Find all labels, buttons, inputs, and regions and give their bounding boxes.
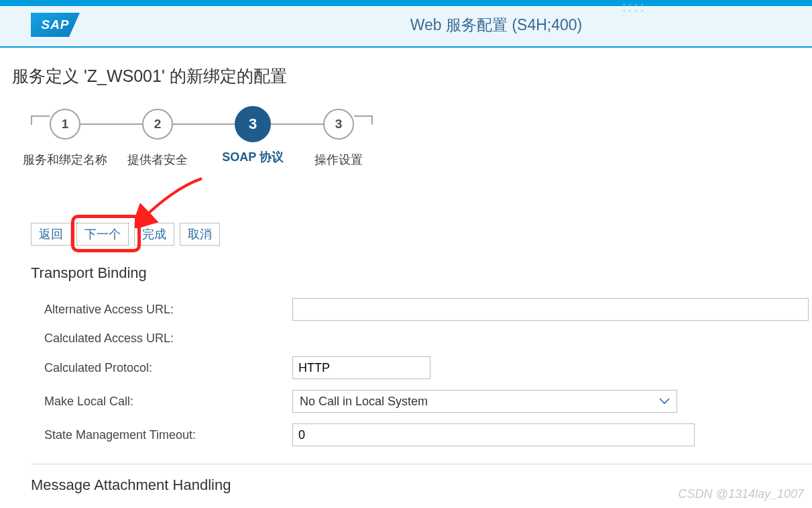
wizard-connector: [80, 123, 142, 125]
header: SAP Web 服务配置 (S4H;400): [0, 6, 812, 48]
wizard-step-3-label: SOAP 协议: [222, 149, 284, 165]
chevron-down-icon: [659, 395, 670, 408]
row-local-call: Make Local Call: No Call in Local System: [44, 390, 812, 413]
wizard-step-4-label: 操作设置: [314, 152, 363, 168]
wizard-step-2-num: 2: [142, 109, 173, 140]
protocol-input[interactable]: [292, 356, 430, 379]
local-call-value: No Call in Local System: [300, 395, 428, 409]
watermark: CSDN @1314lay_1007: [679, 487, 804, 494]
action-buttons: 返回 下一个 完成 取消: [31, 223, 812, 246]
transport-binding-heading: Transport Binding: [31, 264, 812, 282]
local-call-select[interactable]: No Call in Local System: [292, 390, 677, 413]
app-title: Web 服务配置 (S4H;400): [80, 15, 799, 36]
sap-logo-text: SAP: [41, 17, 69, 32]
wizard-connector: [173, 123, 235, 125]
wizard-step-4[interactable]: 3 操作设置: [323, 109, 354, 140]
wizard: 1 服务和绑定名称 2 提供者安全 3 SOAP 协议 3 操作设置: [31, 106, 812, 142]
timeout-input[interactable]: [292, 423, 695, 446]
wizard-step-4-num: 3: [323, 109, 354, 140]
back-button[interactable]: 返回: [31, 223, 71, 246]
finish-button[interactable]: 完成: [134, 223, 174, 246]
row-timeout: State Management Timeout:: [44, 423, 812, 446]
row-alt-url: Alternative Access URL:: [44, 298, 812, 321]
wizard-step-1-label: 服务和绑定名称: [23, 152, 107, 168]
alt-url-label: Alternative Access URL:: [44, 303, 292, 317]
drag-dots-icon: • • • •• • • •: [623, 1, 644, 13]
transport-binding-form: Alternative Access URL: Calculated Acces…: [44, 298, 812, 446]
page-title: 服务定义 'Z_WS001' 的新绑定的配置: [12, 65, 812, 87]
row-calc-url: Calculated Access URL:: [44, 332, 812, 346]
next-button[interactable]: 下一个: [76, 223, 129, 246]
local-call-label: Make Local Call:: [44, 395, 292, 409]
wizard-line-start: [31, 115, 50, 125]
cancel-button[interactable]: 取消: [180, 223, 220, 246]
section-divider: [31, 464, 812, 464]
annotation-arrow-icon: [135, 174, 209, 228]
wizard-line-end: [354, 115, 373, 125]
wizard-step-2[interactable]: 2 提供者安全: [142, 109, 173, 140]
calc-url-label: Calculated Access URL:: [44, 332, 292, 346]
protocol-label: Calculated Protocol:: [44, 361, 292, 375]
wizard-step-1[interactable]: 1 服务和绑定名称: [50, 109, 80, 140]
timeout-label: State Management Timeout:: [44, 428, 292, 442]
top-accent-bar: • • • •• • • •: [0, 0, 812, 6]
wizard-step-2-label: 提供者安全: [127, 152, 188, 168]
alt-url-input[interactable]: [292, 298, 809, 321]
sap-logo: SAP: [31, 13, 80, 37]
row-protocol: Calculated Protocol:: [44, 356, 812, 379]
wizard-step-3-num: 3: [235, 106, 271, 142]
wizard-step-3[interactable]: 3 SOAP 协议: [235, 106, 271, 142]
wizard-step-1-num: 1: [50, 109, 80, 140]
wizard-connector: [271, 123, 323, 125]
